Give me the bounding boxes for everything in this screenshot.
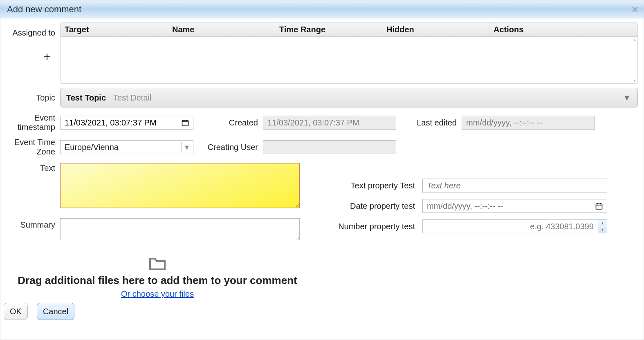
file-drop-zone[interactable]: Drag additional files here to add them t… [6,255,309,299]
text-label: Text [6,163,60,242]
folder-icon [147,258,168,266]
grid-body: ▴ ▾ [61,37,637,83]
calendar-icon[interactable] [181,118,189,127]
col-time-range[interactable]: Time Range [275,23,382,36]
assignments-grid[interactable]: Target Name Time Range Hidden Actions ▴ … [60,22,638,84]
timezone-label: Event TimeZone [6,138,60,157]
event-timestamp-input[interactable] [60,116,193,130]
text-input[interactable] [60,163,300,208]
step-down-icon[interactable]: ▼ [598,226,607,233]
grid-header: Target Name Time Range Hidden Actions [61,23,637,37]
ok-button[interactable]: OK [4,303,28,320]
number-property-input[interactable] [422,219,607,233]
last-edited-input [462,116,595,130]
add-comment-dialog: Add new comment ✕ Assigned to + Target N… [0,0,644,340]
timezone-value: Europe/Vienna [65,143,119,152]
date-property-input[interactable] [422,199,607,213]
created-label: Created [193,118,263,128]
add-assignment-button[interactable]: + [39,50,55,64]
timezone-select[interactable]: Europe/Vienna ▾ [60,140,193,154]
svg-rect-0 [182,121,188,126]
calendar-icon[interactable] [595,201,603,210]
col-actions[interactable]: Actions [489,23,637,36]
dialog-title: Add new comment [7,4,81,15]
topic-label: Topic [6,88,60,103]
date-property-label: Date property test [324,201,422,211]
chevron-down-icon: ▾ [181,142,189,152]
choose-files-link[interactable]: Or choose your files [121,289,194,299]
number-property-label: Number property test [324,222,422,231]
topic-selector[interactable]: Test Topic Test Detail ▼ [60,88,638,107]
drop-zone-text: Drag additional files here to add them t… [6,274,309,287]
col-name[interactable]: Name [168,23,275,36]
creating-user-label: Creating User [193,143,263,152]
number-stepper[interactable]: ▲ ▼ [598,220,607,233]
close-icon[interactable]: ✕ [631,4,639,15]
chevron-down-icon: ▼ [623,93,631,103]
topic-detail: Test Detail [113,93,151,103]
scroll-up-icon: ▴ [633,37,636,42]
summary-label: Summary [6,217,60,230]
col-target[interactable]: Target [61,23,168,36]
grid-scrollbar[interactable]: ▴ ▾ [632,37,637,83]
assigned-to-label: Assigned to [12,22,55,38]
dialog-titlebar: Add new comment ✕ [0,0,644,18]
event-timestamp-label: Eventtimestamp [6,113,60,132]
step-up-icon[interactable]: ▲ [598,220,607,226]
col-hidden[interactable]: Hidden [382,23,489,36]
text-property-label: Text property Test [324,181,422,190]
svg-rect-1 [596,204,602,209]
creating-user-input [263,140,396,154]
plus-icon: + [43,50,51,63]
cancel-button[interactable]: Cancel [37,303,74,320]
topic-name: Test Topic [66,93,106,103]
summary-input[interactable] [60,218,300,240]
last-edited-label: Last edited [396,118,462,128]
scroll-down-icon: ▾ [633,78,636,83]
text-property-input[interactable] [422,179,607,192]
created-input [263,116,396,130]
